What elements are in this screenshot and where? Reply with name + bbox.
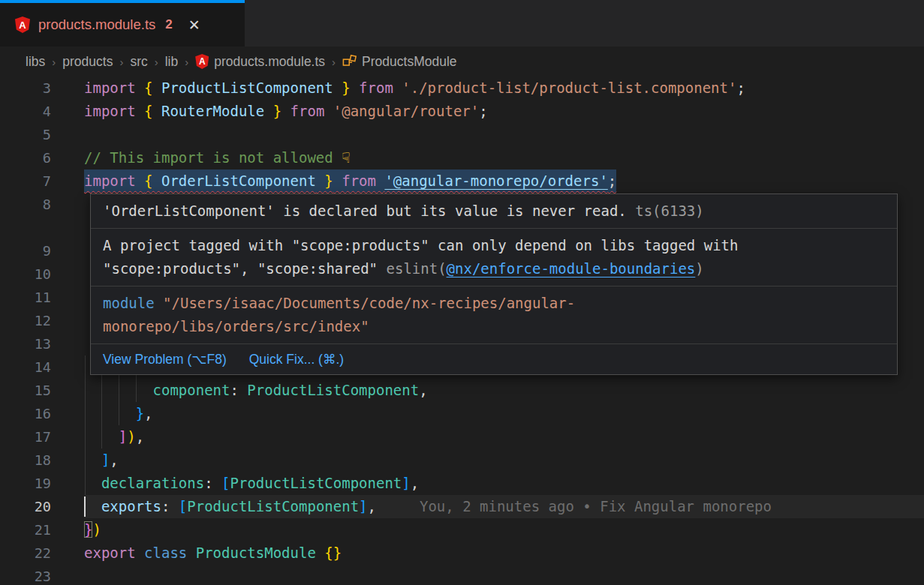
- code-line-content: [84, 123, 924, 146]
- code-token: ProductListComponent: [187, 498, 359, 514]
- code-token: ,: [144, 405, 152, 422]
- code-token: }: [84, 405, 144, 422]
- code-editor[interactable]: 'OrderListComponent' is declared but its…: [0, 76, 924, 585]
- hover-message-line: 'OrderListComponent' is declared but its…: [103, 200, 885, 223]
- close-icon[interactable]: ✕: [188, 18, 200, 32]
- line-number[interactable]: 8: [0, 193, 51, 216]
- line-number[interactable]: 7: [0, 170, 51, 193]
- code-token: [: [221, 475, 230, 491]
- breadcrumb-item-productsmodule[interactable]: ProductsModule: [342, 54, 456, 70]
- breadcrumb-item-products-module-ts[interactable]: Aproducts.module.ts: [195, 54, 325, 70]
- line-number[interactable]: 6: [0, 146, 51, 170]
- code-line-content: ]),: [84, 425, 924, 448]
- line-number[interactable]: 22: [0, 542, 51, 565]
- hover-message-line: monorepo/libs/orders/src/index": [103, 315, 885, 338]
- quick-fix-action[interactable]: Quick Fix... (⌘.): [249, 349, 344, 370]
- indent-guide: [85, 402, 86, 425]
- line-number[interactable]: 10: [0, 262, 51, 286]
- code-token: ProductsModule: [196, 544, 325, 561]
- hover-text: 'OrderListComponent' is declared but its…: [103, 202, 635, 219]
- line-number[interactable]: 5: [0, 123, 51, 146]
- hover-text: eslint(: [387, 260, 447, 277]
- code-row[interactable]: 23: [0, 565, 924, 585]
- hover-text: "/Users/isaac/Documents/code/nx-recipes/…: [163, 295, 575, 311]
- tab-products-module[interactable]: A products.module.ts 2 ✕: [0, 0, 245, 46]
- code-token: :: [230, 382, 247, 398]
- breadcrumb: libs›products›src›lib›Aproducts.module.t…: [0, 46, 924, 76]
- hover-message-line: "scope:products", "scope:shared" eslint(…: [103, 257, 885, 280]
- breadcrumb-label: products: [62, 54, 113, 70]
- hover-text: ts(6133): [635, 202, 704, 219]
- code-token: {: [144, 172, 161, 189]
- breadcrumb-label: libs: [26, 54, 45, 70]
- code-row[interactable]: 6// This import is not allowed ☟: [0, 146, 924, 170]
- line-number[interactable]: 17: [0, 425, 51, 448]
- code-token: from: [351, 80, 402, 96]
- code-line-content: component: ProductListComponent,: [84, 379, 924, 402]
- code-row[interactable]: 7import { OrderListComponent } from '@an…: [0, 170, 924, 193]
- line-number[interactable]: 14: [0, 356, 51, 379]
- code-row[interactable]: 16 },: [0, 402, 924, 425]
- line-number[interactable]: 3: [0, 76, 51, 100]
- breadcrumb-item-src[interactable]: src: [130, 54, 147, 70]
- code-row[interactable]: 18 ],: [0, 448, 924, 472]
- line-number[interactable]: 4: [0, 100, 51, 123]
- breadcrumb-item-products[interactable]: products: [62, 54, 113, 70]
- hover-message-line: module "/Users/isaac/Documents/code/nx-r…: [103, 292, 885, 315]
- line-number[interactable]: 16: [0, 402, 51, 425]
- code-token: }: [316, 172, 333, 189]
- line-number[interactable]: 11: [0, 286, 51, 309]
- line-number[interactable]: 12: [0, 309, 51, 332]
- code-token: import: [84, 80, 144, 96]
- indent-guide: [85, 356, 86, 379]
- line-number[interactable]: 20: [0, 495, 51, 518]
- breadcrumb-item-lib[interactable]: lib: [165, 54, 179, 70]
- view-problem-action[interactable]: View Problem (⌥F8): [103, 349, 227, 370]
- code-token: import: [84, 103, 144, 119]
- code-token: {: [144, 103, 161, 119]
- hover-message-section: module "/Users/isaac/Documents/code/nx-r…: [91, 286, 897, 344]
- hover-text: "scope:products", "scope:shared": [103, 260, 387, 277]
- code-row[interactable]: 5: [0, 123, 924, 146]
- code-row[interactable]: 21}): [0, 518, 924, 542]
- indent-guide: [136, 379, 137, 402]
- code-row[interactable]: 4import { RouterModule } from '@angular/…: [0, 100, 924, 123]
- code-row[interactable]: 20 exports: [ProductListComponent],You, …: [0, 495, 924, 518]
- rule-link[interactable]: @nx/enforce-module-boundaries: [447, 260, 696, 277]
- code-row[interactable]: 15 component: ProductListComponent,: [0, 379, 924, 402]
- line-number[interactable]: 13: [0, 332, 51, 356]
- chevron-right-icon: ›: [155, 56, 158, 68]
- breadcrumb-label: lib: [165, 54, 179, 70]
- line-number[interactable]: [0, 216, 51, 239]
- tab-filename: products.module.ts: [38, 16, 155, 33]
- code-row[interactable]: 22export class ProductsModule {}: [0, 542, 924, 565]
- text-cursor: [84, 496, 86, 517]
- code-token: ,: [419, 382, 427, 398]
- code-token: RouterModule: [161, 103, 264, 119]
- code-token: from: [281, 103, 333, 119]
- error-squiggle-line: import { OrderListComponent } from '@ang…: [84, 170, 616, 193]
- indent-guide: [101, 402, 102, 425]
- code-line-content: exports: [ProductListComponent],You, 2 m…: [84, 495, 924, 518]
- code-line-content: // This import is not allowed ☟: [84, 146, 924, 170]
- hover-message-section: A project tagged with "scope:products" c…: [91, 228, 897, 286]
- chevron-right-icon: ›: [52, 56, 56, 68]
- line-number[interactable]: 9: [0, 239, 51, 262]
- line-number[interactable]: 19: [0, 472, 51, 495]
- code-token: ;: [479, 103, 487, 119]
- line-number[interactable]: 23: [0, 565, 51, 585]
- class-icon: [342, 55, 357, 69]
- hover-message-section: 'OrderListComponent' is declared but its…: [91, 194, 897, 228]
- code-row[interactable]: 19 declarations: [ProductListComponent],: [0, 472, 924, 495]
- hover-text: monorepo/libs/orders/src/index": [103, 318, 369, 334]
- code-token: component: [84, 382, 230, 398]
- line-number[interactable]: 21: [0, 518, 51, 542]
- code-row[interactable]: 3import { ProductListComponent } from '.…: [0, 76, 924, 100]
- breadcrumb-label: ProductsModule: [362, 54, 456, 70]
- line-number[interactable]: 15: [0, 379, 51, 402]
- code-token: ]: [402, 475, 410, 491]
- line-number[interactable]: 18: [0, 448, 51, 472]
- code-row[interactable]: 17 ]),: [0, 425, 924, 448]
- breadcrumb-item-libs[interactable]: libs: [26, 54, 45, 70]
- code-token: :: [204, 475, 221, 491]
